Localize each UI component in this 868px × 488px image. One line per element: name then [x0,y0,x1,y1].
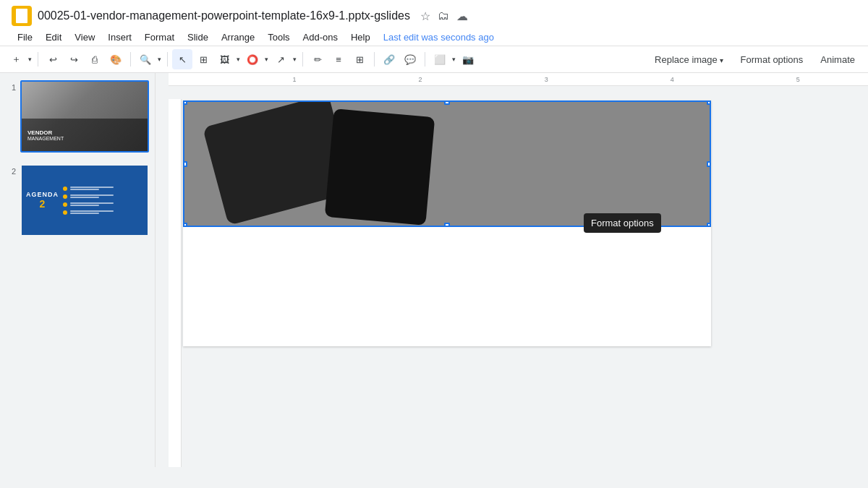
ruler-mark-4: 4 [671,76,674,83]
context-toolbar: Replace image Format options Animate [647,51,862,68]
image-button[interactable]: 🖼 [214,49,234,69]
toolbar: ＋ ▾ ↩ ↪ ⎙ 🎨 🔍 ▾ ↖ ⊞ 🖼 ▾ [0,46,868,73]
slide2-line-1 [63,187,143,191]
slide2-text-4b [70,213,99,214]
link-button[interactable]: 🔗 [379,49,399,69]
pencil-button[interactable]: ✏ [307,49,328,69]
slide2-textlines-4 [70,210,114,214]
format-options-tooltip: Format options [584,213,661,233]
handle-mid-left[interactable] [183,161,187,167]
menu-tools[interactable]: Tools [262,29,295,46]
ruler-mark-1: 1 [293,76,297,83]
menu-arrange[interactable]: Arrange [216,29,260,46]
selected-image[interactable] [183,100,711,227]
handle-bottom-right[interactable] [707,223,711,227]
cloud-icon[interactable]: ☁ [456,9,468,23]
comment-button[interactable]: 💬 [400,49,420,69]
cursor-button[interactable]: ↖ [172,49,192,69]
print-icon: ⎙ [92,54,98,65]
zoom-button[interactable]: 🔍 [135,49,156,69]
menu-file[interactable]: File [12,29,38,46]
slide2-line-4 [63,210,143,215]
handle-top-right[interactable] [707,100,711,105]
animate-button[interactable]: Animate [813,51,862,68]
ruler-content: 1 2 3 4 5 [169,73,868,85]
comment-icon: 💬 [404,54,416,65]
photo-button[interactable]: 📷 [458,49,478,69]
textbox-icon: ⊞ [200,54,208,65]
slide-number-2: 2 [4,164,16,176]
top-bar: 00025-01-vendor-management-powerpoint-te… [0,0,868,46]
menu-view[interactable]: View [69,29,101,46]
handle-bottom-mid[interactable] [444,223,450,227]
star-icon[interactable]: ☆ [420,9,430,23]
v-ruler [169,99,182,467]
redo-button[interactable]: ↪ [64,49,84,69]
handle-top-left[interactable] [183,100,187,105]
slide2-textlines-3 [70,202,114,206]
sep-4 [302,52,303,67]
h-ruler: 1 2 3 4 5 [169,73,868,86]
title-icons: ☆ 🗂 ☁ [420,9,468,23]
sep-6 [425,52,425,67]
paint-format-button[interactable]: 🎨 [106,49,126,69]
slide2-textlines-2 [70,194,114,198]
line-dropdown[interactable]: ▾ [292,56,298,63]
toolbar-zoom-group: 🔍 ▾ [135,49,163,69]
file-title: 00025-01-vendor-management-powerpoint-te… [38,9,410,22]
menu-bar: File Edit View Insert Format Slide Arran… [12,29,856,46]
slide-canvas-wrap [169,86,868,467]
menu-addons[interactable]: Add-ons [297,29,344,46]
menu-edit[interactable]: Edit [40,29,67,46]
slide-panel[interactable]: 1 VENDOR MANAGEMENT 2 AGENDA 2 [0,73,156,467]
slide-image-2[interactable]: AGENDA 2 [20,164,149,236]
line-button[interactable]: ↗ [271,49,291,69]
grid-button[interactable]: ⊞ [349,49,370,69]
replace-image-button[interactable]: Replace image [647,51,731,68]
slide2-agenda-label: AGENDA [26,191,59,198]
redo-icon: ↪ [70,54,78,65]
ruler-mark-2: 2 [419,76,422,83]
print-button[interactable]: ⎙ [85,49,105,69]
slide-image-1[interactable]: VENDOR MANAGEMENT [20,80,149,153]
undo-button[interactable]: ↩ [43,49,63,69]
crop-button[interactable]: ⬜ [430,49,450,69]
line-icon: ↗ [277,54,285,65]
phones-photo [184,102,710,226]
slide2-dot-1 [63,187,67,191]
textbox-button[interactable]: ⊞ [193,49,213,69]
slide1-subtitle: MANAGEMENT [27,136,142,141]
add-button[interactable]: ＋ [6,49,26,69]
shapes-button[interactable]: ⭕ [242,49,263,69]
sep-5 [374,52,375,67]
align-button[interactable]: ≡ [328,49,349,69]
handle-mid-right[interactable] [707,161,711,167]
last-edit-status: Last edit was seconds ago [383,32,494,43]
menu-format[interactable]: Format [139,29,180,46]
add-icon: ＋ [12,53,21,66]
slide1-title: VENDOR [27,129,142,136]
slide-thumb-1[interactable]: 1 VENDOR MANAGEMENT [3,79,152,154]
add-dropdown[interactable]: ▾ [27,56,33,63]
format-options-button[interactable]: Format options [733,51,811,68]
slide2-text-2a [70,194,114,196]
folder-icon[interactable]: 🗂 [438,9,449,22]
handle-bottom-left[interactable] [183,223,187,227]
zoom-dropdown[interactable]: ▾ [156,56,163,63]
handle-top-mid[interactable] [444,100,450,105]
sep-1 [38,52,38,67]
crop-dropdown[interactable]: ▾ [451,56,457,63]
shapes-icon: ⭕ [247,54,258,65]
slide-thumb-2[interactable]: 2 AGENDA 2 [3,163,152,238]
sep-3 [167,52,168,67]
slide2-text-4a [70,210,114,212]
slide2-dot-3 [63,202,67,207]
menu-slide[interactable]: Slide [182,29,214,46]
editor-area[interactable]: 1 2 3 4 5 [156,73,868,467]
shape-dropdown[interactable]: ▾ [235,56,242,63]
slide2-line-2 [63,194,143,199]
menu-help[interactable]: Help [345,29,376,46]
ruler-mark-3: 3 [545,76,548,83]
shapes-dropdown[interactable]: ▾ [263,56,270,63]
menu-insert[interactable]: Insert [102,29,137,46]
